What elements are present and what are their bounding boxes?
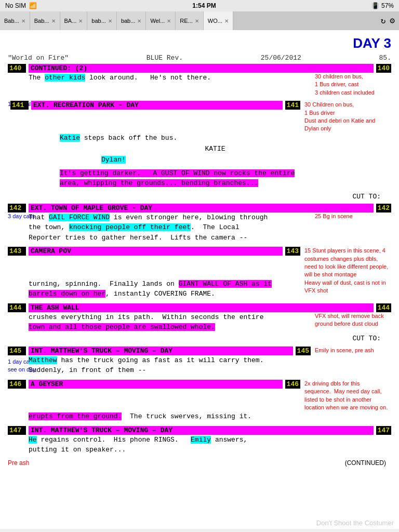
scene-144-heading-row: 144 THE ASH WALL 144 (8, 303, 391, 312)
scene-num-right-144: 144 (376, 303, 391, 312)
scene-141-annotation: 30 Children on bus,1 Bus driverDust and … (300, 101, 391, 133)
scene-142-heading-row: 142 EXT. TOWN OF MAPLE GROVE - DAY 142 (8, 204, 391, 212)
scene-141: 1 day call costumer 141 EXT. RECREATION … (39, 101, 391, 189)
scene-144-action-main: crushes everything in its path. Within s… (8, 312, 311, 332)
scene-num-right-143: 143 (285, 247, 300, 256)
tab-8[interactable]: WO... ✕ (204, 11, 233, 30)
scene-146-annotation: 2x driving dbls for this sequence. May n… (300, 380, 391, 412)
tab-7[interactable]: RE... ✕ (176, 11, 203, 30)
scene-heading-145: INT. MATTHEW'S TRUCK – MOVING – DAY (29, 347, 293, 355)
script-header: "World on Fire" BLUE Rev. 25/06/2012 85. (8, 54, 391, 62)
scene-144-annotation: VFX shot, will remove background before … (311, 312, 391, 328)
scene-141-line: 141 EXT. RECREATION PARK - DAY 141 (8, 101, 300, 110)
scene-140-action-main: The other kids look around. He's not the… (8, 73, 311, 83)
scene-140-action-row: The other kids look around. He's not the… (8, 73, 391, 97)
scene-140: 140 CONTINUED: (2) 140 The other kids lo… (8, 64, 391, 97)
tab-3[interactable]: BA... ✕ (60, 11, 88, 30)
scene-num-140: 140 (8, 64, 26, 73)
scene-num-143: 143 (8, 247, 26, 256)
scene-heading-140: CONTINUED: (2) (29, 64, 374, 73)
scene-141-heading-row: 141 EXT. RECREATION PARK - DAY 141 30 Ch… (8, 101, 391, 133)
cut-to-2: CUT TO: (8, 335, 391, 342)
script-revision: BLUE Rev. (147, 54, 183, 62)
highlight-katie-141: Katie (60, 134, 80, 142)
scene-147-action: He regains control. His phone RINGS. Emi… (8, 435, 391, 455)
scene-num-145: 145 (8, 347, 26, 355)
tab-6-close[interactable]: ✕ (167, 18, 171, 24)
scene-146-action: erupts from the ground. The truck swerve… (8, 411, 391, 422)
scene-140-line: 140 CONTINUED: (2) 140 (8, 64, 391, 73)
scene-143-annotation-1: 15 Stunt players in this scene, 4 costum… (300, 247, 391, 279)
wifi-icon: 📶 (29, 2, 37, 9)
scene-num-right-141: 141 (285, 101, 300, 110)
pre-ash-label: Pre ash (8, 459, 29, 467)
scene-142-action-main: That GAIL FORCE WIND is even stronger he… (8, 212, 311, 243)
scene-142-annotation: 25 Bg in scene (311, 212, 391, 220)
scene-147-heading-row: 147 INT. MATTHEW'S TRUCK – MOVING – DAY … (8, 426, 391, 435)
tab-2-close[interactable]: ✕ (51, 18, 56, 24)
tab-2[interactable]: Bab... ✕ (30, 11, 60, 30)
scene-144-main: 144 THE ASH WALL 144 (8, 303, 391, 312)
tab-7-close[interactable]: ✕ (195, 18, 199, 24)
highlight-gale-force: GAIL FORCE WIND (49, 214, 110, 221)
day-header: DAY 3 (8, 35, 391, 51)
tab-8-close[interactable]: ✕ (224, 18, 229, 24)
tab-5-close[interactable]: ✕ (137, 18, 141, 24)
script-title: "World on Fire" (8, 54, 69, 62)
tab-5[interactable]: bab... ✕ (117, 11, 147, 30)
scene-num-right-145: 145 (296, 347, 311, 355)
scene-num-right-146: 146 (285, 380, 300, 389)
highlight-dylan: Dylan! (101, 156, 126, 164)
highlight-giant-wall: GIANT WALL OF ASH as itbarrels down on h… (29, 280, 272, 298)
page-content: DAY 3 "World on Fire" BLUE Rev. 25/06/20… (0, 30, 399, 529)
scene-142-action: That GAIL FORCE WIND is even stronger he… (8, 212, 311, 243)
scene-num-right-140: 140 (376, 64, 391, 73)
status-time: 1:54 PM (192, 2, 216, 9)
tab-3-close[interactable]: ✕ (78, 18, 83, 24)
scene-143-action: turning, spinning. Finally lands on GIAN… (8, 279, 300, 299)
tab-4[interactable]: bab... ✕ (87, 11, 117, 30)
scene-142: 3 day calls 142 EXT. TOWN OF MAPLE GROVE… (8, 204, 391, 243)
scene-145-main: 145 INT. MATTHEW'S TRUCK – MOVING – DAY … (8, 347, 311, 355)
refresh-icon[interactable]: ↻ (381, 16, 386, 26)
status-right: 📳 57% (371, 2, 394, 9)
dialogue-dylan: Dylan! (39, 155, 391, 165)
scene-146-main: 146 A GEYSER 146 (8, 380, 300, 389)
scene-147: 147 INT. MATTHEW'S TRUCK – MOVING – DAY … (8, 426, 391, 467)
scene-144: 144 THE ASH WALL 144 crushes everything … (8, 303, 391, 342)
battery-label: 57% (381, 2, 394, 9)
script-page: 85. (379, 54, 391, 62)
scene-num-141: 141 (10, 101, 29, 110)
scene-146-line: 146 A GEYSER 146 (8, 380, 300, 389)
status-left: No SIM 📶 (5, 2, 37, 9)
scene-146: 146 A GEYSER 146 2x driving dbls for thi… (8, 380, 391, 422)
scene-144-line: 144 THE ASH WALL 144 (8, 303, 391, 312)
scene-143-action-main: turning, spinning. Finally lands on GIAN… (8, 279, 300, 299)
scene-num-right-142: 142 (376, 204, 391, 212)
scene-143-line: 143 CAMERA POV 143 (8, 247, 300, 256)
scene-140-annotation: 30 children on bus,1 Bus driver, cast3 c… (311, 73, 391, 97)
scene-140-heading-row: 140 CONTINUED: (2) 140 (8, 64, 391, 73)
scene-143: 143 CAMERA POV 143 15 Stunt players in t… (8, 247, 391, 299)
scene-145-annotation: Emily in scene, pre ash (311, 347, 391, 354)
scene-144-action: crushes everything in its path. Within s… (8, 312, 311, 332)
scene-144-action-row: crushes everything in its path. Within s… (8, 312, 391, 332)
scene-num-147: 147 (8, 426, 26, 435)
highlight-gust: It's getting darker. A GUST OF WIND now … (60, 169, 295, 188)
tab-bar: Bab... ✕ Bab... ✕ BA... ✕ bab... ✕ bab..… (0, 11, 399, 30)
tab-1-close[interactable]: ✕ (21, 18, 25, 24)
tab-6[interactable]: Wel... ✕ (146, 11, 176, 30)
scene-140-main: 140 CONTINUED: (2) 140 (8, 64, 391, 73)
tab-1[interactable]: Bab... ✕ (0, 11, 30, 30)
scene-141-continuation: It's getting darker. A GUST OF WIND now … (39, 168, 391, 189)
scene-heading-143: CAMERA POV (29, 247, 283, 256)
tab-4-close[interactable]: ✕ (108, 18, 112, 24)
scene-num-144: 144 (8, 303, 26, 312)
settings-icon[interactable]: ⚙ (390, 16, 395, 26)
scene-heading-141: EXT. RECREATION PARK - DAY (31, 101, 283, 110)
highlight-town-swallowed: town and all those people are swallowed … (29, 323, 215, 331)
scene-145-action: Matthew has the truck going as fast as i… (8, 355, 391, 376)
highlight-erupts: erupts from the ground. (29, 413, 122, 420)
scene-143-action-row: turning, spinning. Finally lands on GIAN… (8, 279, 391, 299)
continued-label: (CONTINUED) (345, 459, 391, 467)
